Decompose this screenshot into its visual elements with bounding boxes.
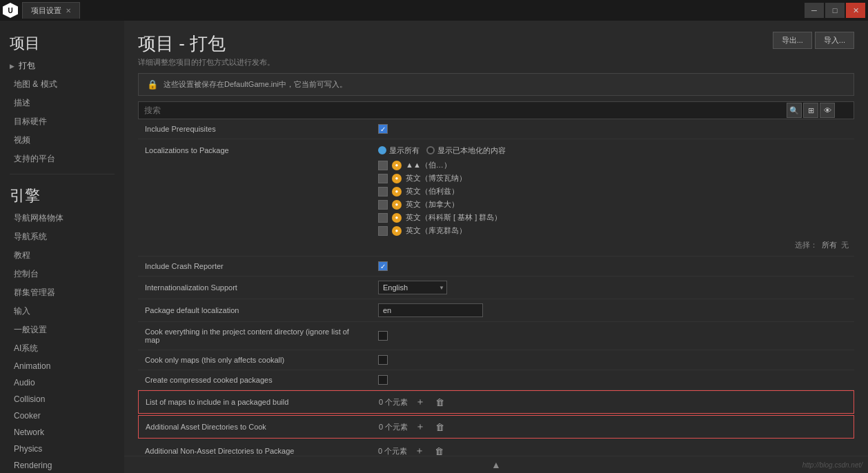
crash-reporter-checkbox[interactable] (378, 261, 388, 271)
radio-show-localized[interactable] (426, 146, 435, 154)
sidebar-item-cluster-manager-label: 群集管理器 (14, 287, 55, 299)
filter-icon[interactable]: 👁 (820, 103, 835, 118)
sidebar-item-physics-label: Physics (14, 444, 42, 454)
additional-asset-dirs-delete-icon[interactable]: 🗑 (433, 420, 446, 434)
import-button[interactable]: 导入... (815, 32, 854, 49)
sidebar-item-network[interactable]: Network (0, 424, 124, 441)
lang-badge-cook: ● (392, 226, 402, 236)
cook-everything-value (373, 330, 854, 342)
sidebar-section-engine: 引擎 (0, 180, 124, 209)
sidebar-item-network-label: Network (14, 427, 44, 437)
sidebar-item-animation[interactable]: Animation (0, 358, 124, 374)
loc-checkbox-cook[interactable] (378, 226, 388, 236)
loc-item-cook-label: 英文（库克群岛） (406, 225, 466, 236)
grid-view-icon[interactable]: ⊞ (803, 103, 818, 118)
search-icon[interactable]: 🔍 (787, 103, 802, 118)
localization-show-localized[interactable]: 显示已本地化的内容 (426, 145, 506, 156)
select-all-link[interactable]: 所有 (822, 240, 837, 250)
cook-only-maps-checkbox[interactable] (378, 355, 388, 365)
include-prerequisites-checkbox[interactable] (378, 124, 388, 134)
additional-asset-dirs-label: Additional Asset Directories to Cook (139, 420, 373, 434)
sidebar-item-video-label: 视频 (14, 134, 30, 146)
sidebar-item-target-hardware-label: 目标硬件 (14, 116, 47, 128)
internationalization-select[interactable]: English (378, 281, 447, 294)
sidebar-item-cluster-manager[interactable]: 群集管理器 (0, 283, 124, 302)
localizations-list: ● ▲▲（伯…） ● 英文（博茨瓦纳） ● 英文（伯利兹） (373, 157, 854, 239)
compressed-cooked-value (373, 374, 854, 386)
localization-select-row: 选择： 所有 无 (373, 239, 854, 252)
lang-badge-botswana: ● (392, 174, 402, 183)
loc-checkbox-cocos[interactable] (378, 213, 388, 223)
compressed-cooked-checkbox[interactable] (378, 375, 388, 385)
sidebar-item-tutorials[interactable]: 教程 (0, 246, 124, 265)
arrow-icon: ▶ (10, 63, 14, 70)
non-asset-dirs-package-delete-icon[interactable]: 🗑 (432, 444, 446, 456)
loc-checkbox-truncated[interactable] (378, 161, 388, 170)
window-controls: ─ □ ✕ (805, 3, 865, 18)
sidebar-item-navmesh[interactable]: 导航网格物体 (0, 209, 124, 228)
minimize-button[interactable]: ─ (805, 3, 824, 18)
sidebar-item-input-label: 输入 (14, 305, 30, 317)
sidebar-item-navsystem[interactable]: 导航系统 (0, 228, 124, 246)
localizations-row: Localizations to Package 显示所有 显示已本地化的内容 (138, 139, 854, 256)
cook-everything-label: Cook everything in the project content d… (138, 325, 373, 347)
sidebar-item-supported-platforms[interactable]: 支持的平台 (0, 150, 124, 168)
search-bar: 🔍 ⊞ 👁 (138, 101, 854, 119)
list-of-maps-add-icon[interactable]: ＋ (413, 395, 427, 409)
cook-everything-checkbox[interactable] (378, 331, 388, 341)
lock-icon: 🔒 (147, 79, 158, 90)
cook-only-maps-label: Cook only maps (this only affects cookal… (138, 353, 373, 367)
loc-checkbox-canada[interactable] (378, 200, 388, 210)
export-button[interactable]: 导出... (773, 32, 812, 49)
maximize-button[interactable]: □ (825, 3, 845, 18)
loc-item-canada: ● 英文（加拿大） (378, 198, 849, 211)
search-input[interactable] (138, 101, 854, 119)
lang-badge-cocos: ● (392, 213, 402, 223)
package-localization-input[interactable] (378, 303, 483, 317)
include-prerequisites-value (373, 123, 854, 135)
sidebar-item-video[interactable]: 视频 (0, 131, 124, 150)
scroll-down-icon[interactable]: ▲ (491, 459, 501, 470)
sidebar-item-navmesh-label: 导航网格物体 (14, 212, 63, 224)
loc-item-truncated-label: ▲▲（伯…） (406, 160, 451, 170)
radio-show-localized-label: 显示已本地化的内容 (437, 145, 506, 156)
sidebar-item-packaging[interactable]: ▶ 打包 (0, 57, 124, 75)
loc-item-truncated: ● ▲▲（伯…） (378, 159, 849, 172)
lang-badge-belize: ● (392, 187, 402, 197)
sidebar-item-ai[interactable]: AI系统 (0, 339, 124, 358)
bottom-area: ▲ (124, 456, 868, 473)
sidebar-item-collision[interactable]: Collision (0, 391, 124, 407)
localization-show-all[interactable]: 显示所有 (378, 145, 420, 156)
close-button[interactable]: ✕ (846, 3, 865, 18)
search-icon-group: 🔍 ⊞ 👁 (787, 103, 835, 118)
loc-checkbox-belize[interactable] (378, 187, 388, 197)
sidebar-item-general[interactable]: 一般设置 (0, 321, 124, 339)
radio-show-all[interactable] (378, 146, 386, 154)
sidebar-item-console[interactable]: 控制台 (0, 265, 124, 283)
content-title-area: 项目 - 打包 详细调整您项目的打包方式以进行发布。 (138, 32, 275, 68)
sidebar-item-target-hardware[interactable]: 目标硬件 (0, 112, 124, 131)
sidebar-item-physics[interactable]: Physics (0, 441, 124, 457)
internationalization-select-wrapper: English (378, 281, 447, 294)
sidebar-item-audio[interactable]: Audio (0, 374, 124, 391)
loc-item-cook: ● 英文（库克群岛） (378, 224, 849, 237)
list-of-maps-delete-icon[interactable]: 🗑 (433, 395, 446, 409)
cook-everything-row: Cook everything in the project content d… (138, 322, 854, 350)
sidebar-item-cooker[interactable]: Cooker (0, 407, 124, 424)
loc-item-canada-label: 英文（加拿大） (406, 199, 459, 210)
tab-close-icon[interactable]: ✕ (66, 7, 71, 14)
sidebar-item-maps[interactable]: 地图 & 模式 (0, 75, 124, 94)
sidebar-item-rendering-label: Rendering (14, 461, 52, 470)
select-label: 选择： (795, 240, 818, 250)
additional-asset-dirs-add-icon[interactable]: ＋ (413, 420, 427, 434)
app-body: 项目 ▶ 打包 地图 & 模式 描述 目标硬件 视频 支持的平台 引擎 导航网格… (0, 21, 868, 473)
localizations-options: 显示所有 显示已本地化的内容 (373, 144, 854, 157)
sidebar: 项目 ▶ 打包 地图 & 模式 描述 目标硬件 视频 支持的平台 引擎 导航网格… (0, 21, 124, 473)
non-asset-dirs-package-add-icon[interactable]: ＋ (413, 444, 426, 456)
loc-checkbox-botswana[interactable] (378, 174, 388, 183)
sidebar-item-input[interactable]: 输入 (0, 302, 124, 321)
sidebar-item-description[interactable]: 描述 (0, 94, 124, 112)
sidebar-item-rendering[interactable]: Rendering (0, 457, 124, 473)
package-localization-value (373, 302, 854, 319)
project-settings-tab[interactable]: 项目设置 ✕ (22, 2, 80, 19)
